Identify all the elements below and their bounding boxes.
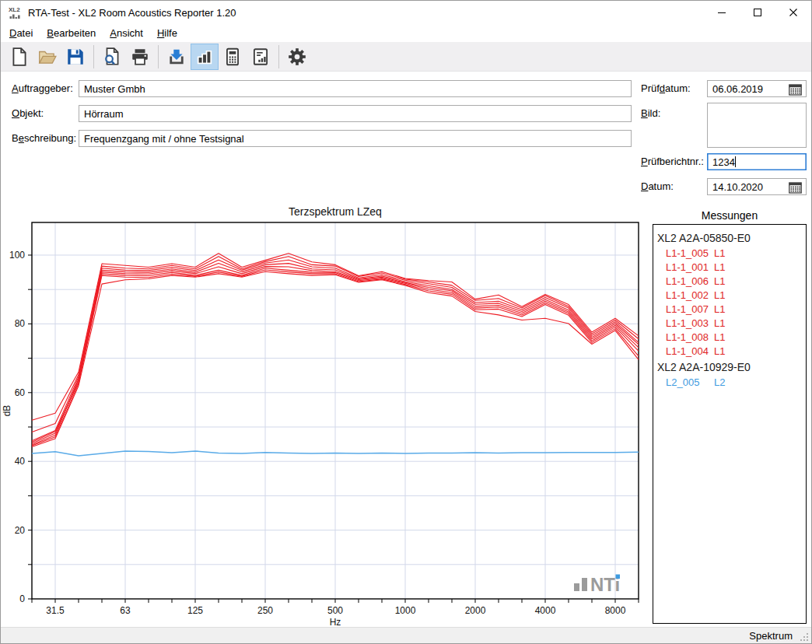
measurement-channel: L1 [714, 261, 725, 275]
nti-logo: NTi [574, 574, 620, 595]
text-caret [735, 156, 736, 167]
svg-text:0: 0 [19, 593, 25, 604]
svg-text:2000: 2000 [465, 605, 486, 616]
new-document-button[interactable] [5, 44, 33, 70]
objekt-label: Objekt: [12, 107, 44, 119]
svg-text:80: 80 [15, 318, 26, 329]
toolbar-separator [93, 45, 94, 68]
measurement-item[interactable]: L2_005L2 [653, 376, 806, 390]
toolbar-separator [158, 45, 159, 68]
measurement-channel: L1 [714, 289, 725, 303]
auftraggeber-label: Auftraggeber: [12, 82, 73, 94]
svg-text:60: 60 [15, 387, 26, 398]
svg-text:XL2: XL2 [9, 6, 20, 13]
measurement-name: L1-1_004 [666, 345, 714, 359]
download-icon [166, 47, 187, 67]
objekt-input[interactable]: Hörraum [79, 105, 632, 122]
measurement-item[interactable]: L1-1_005L1 [653, 247, 806, 261]
measurement-item[interactable]: L1-1_004L1 [653, 345, 806, 359]
svg-text:NTi: NTi [590, 574, 620, 595]
minimize-icon [717, 8, 726, 17]
beschreibung-input[interactable]: Frequenzgang mit / ohne Testsignal [79, 130, 632, 147]
auftraggeber-input[interactable]: Muster Gmbh [79, 80, 632, 97]
datum-input[interactable]: 14.10.2020 [707, 178, 807, 195]
save-icon [65, 47, 86, 67]
pruefdatum-input[interactable]: 06.06.2019 [707, 80, 807, 97]
svg-text:100: 100 [9, 250, 25, 261]
measurements-title: Messungen [653, 209, 807, 222]
measurement-name: L1-1_007 [666, 303, 714, 317]
bild-label: Bild: [641, 107, 660, 119]
print-preview-button[interactable] [98, 44, 126, 70]
calendar-icon[interactable] [789, 84, 802, 96]
measurement-channel: L1 [714, 247, 725, 261]
measurement-name: L1-1_001 [666, 261, 714, 275]
measurement-item[interactable]: L1-1_006L1 [653, 275, 806, 289]
svg-text:500: 500 [327, 605, 343, 616]
measurement-name: L1-1_005 [666, 247, 714, 261]
spectrum-view-button[interactable] [191, 44, 219, 70]
datum-value: 14.10.2020 [712, 181, 763, 193]
close-button[interactable] [775, 1, 811, 24]
main-content: Auftraggeber: Muster Gmbh Objekt: Hörrau… [1, 72, 811, 627]
menu-ansicht[interactable]: Ansicht [103, 25, 150, 41]
maximize-icon [753, 8, 762, 17]
settings-button[interactable] [283, 44, 311, 70]
new-document-icon [9, 47, 30, 67]
pruefberichtnr-value: 1234 [712, 156, 735, 168]
measurement-item[interactable]: L1-1_002L1 [653, 289, 806, 303]
report-view-button[interactable] [247, 44, 275, 70]
title-bar: XL2 RTA-Test - XL2 Room Acoustics Report… [1, 1, 811, 24]
spectrum-chart: NTi02040608010031.5631252505001000200040… [1, 202, 648, 627]
export-data-button[interactable] [163, 44, 191, 70]
svg-text:40: 40 [15, 456, 26, 467]
measurement-channel: L1 [714, 303, 725, 317]
open-folder-icon [37, 47, 58, 67]
measurement-channel: L1 [714, 275, 725, 289]
bild-imagebox[interactable] [707, 103, 807, 148]
toolbar-separator [278, 45, 279, 68]
print-preview-icon [102, 47, 122, 67]
maximize-button[interactable] [740, 1, 775, 24]
minimize-button[interactable] [704, 1, 740, 24]
measurement-name: L1-1_008 [666, 331, 714, 345]
measurement-channel: L1 [714, 345, 725, 359]
svg-text:dB: dB [2, 405, 12, 417]
beschreibung-label: Beschreibung: [12, 132, 76, 144]
gear-icon [287, 47, 307, 67]
menu-datei[interactable]: Datei [2, 25, 40, 41]
calculator-button[interactable] [219, 44, 247, 70]
status-bar: Spektrum [1, 627, 811, 644]
menu-bearbeiten[interactable]: Bearbeiten [40, 25, 103, 41]
svg-text:63: 63 [120, 605, 131, 616]
measurement-channel: L1 [714, 317, 725, 331]
resize-grip-icon[interactable] [799, 632, 810, 642]
pruefdatum-label: Prüfdatum: [641, 82, 691, 94]
pruefberichtnr-input[interactable]: 1234 [707, 153, 807, 170]
svg-text:Hz: Hz [330, 617, 341, 627]
measurement-item[interactable]: L1-1_001L1 [653, 261, 806, 275]
calculator-icon [222, 47, 243, 67]
measurement-item[interactable]: L1-1_007L1 [653, 303, 806, 317]
measurement-name: L2_005 [666, 376, 714, 390]
open-file-button[interactable] [33, 44, 61, 70]
measurements-list: XL2 A2A-05850-E0L1-1_005L1L1-1_001L1L1-1… [653, 224, 807, 624]
svg-text:1000: 1000 [395, 605, 416, 616]
calendar-icon[interactable] [789, 182, 802, 194]
close-icon [789, 8, 798, 17]
measurement-channel: L1 [714, 331, 725, 345]
save-button[interactable] [61, 44, 89, 70]
menu-hilfe[interactable]: Hilfe [150, 25, 184, 41]
svg-text:8000: 8000 [605, 605, 626, 616]
device-name: XL2 A2A-10929-E0 [653, 359, 806, 376]
measurement-item[interactable]: L1-1_003L1 [653, 317, 806, 331]
measurement-name: L1-1_003 [666, 317, 714, 331]
menu-bar: DateiBearbeitenAnsichtHilfe [1, 24, 811, 42]
app-window: XL2 RTA-Test - XL2 Room Acoustics Report… [0, 0, 812, 644]
measurement-item[interactable]: L1-1_008L1 [653, 331, 806, 345]
svg-text:Terzspektrum LZeq: Terzspektrum LZeq [289, 205, 382, 218]
print-button[interactable] [126, 44, 154, 70]
svg-text:125: 125 [187, 605, 203, 616]
status-view-label: Spektrum [749, 630, 793, 642]
pruefdatum-value: 06.06.2019 [712, 83, 763, 95]
